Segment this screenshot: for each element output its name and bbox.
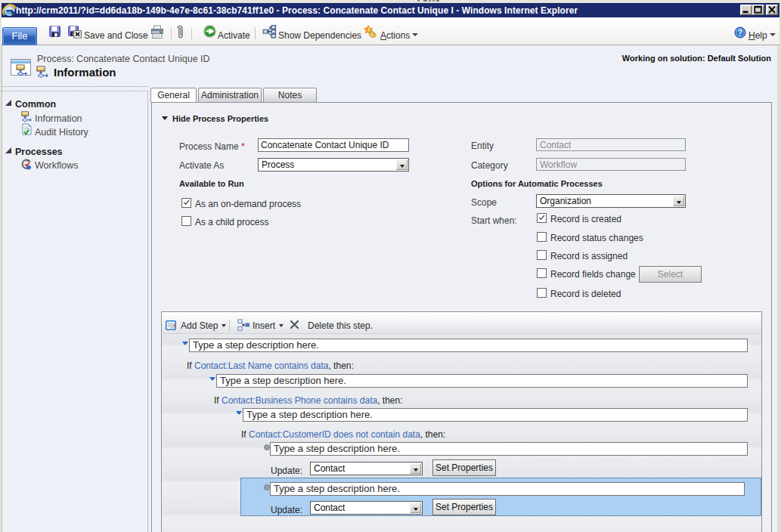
svg-text:?: ?	[738, 29, 742, 37]
